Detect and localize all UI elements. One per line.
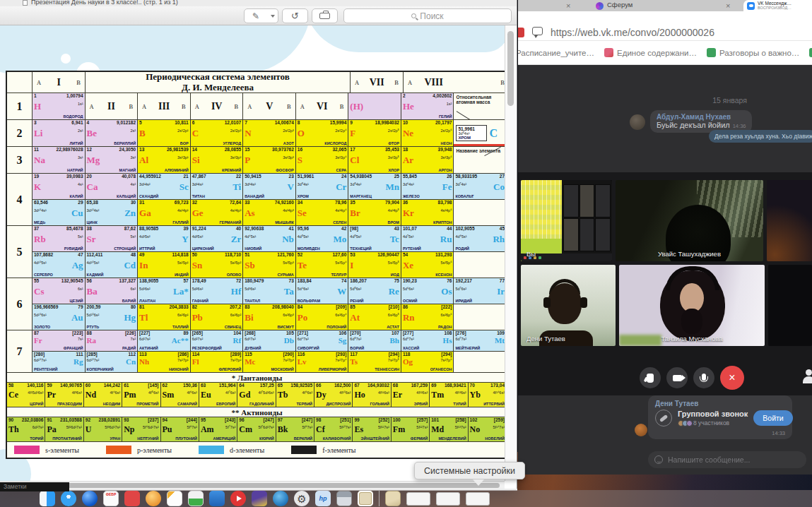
element-cell: 50118,710Sn5s²5p²ОЛОВО — [191, 252, 244, 278]
dock: ФЕВР⚙hp — [0, 490, 812, 507]
avatar[interactable] — [630, 114, 645, 130]
dock-app-store-icon[interactable] — [82, 491, 98, 506]
element-cell: 918,9984032F2s²2p⁵ФТОР — [348, 120, 401, 147]
element-cell: 96[247]Cm5f⁷6d¹7s²КЮРИЙ — [237, 417, 276, 442]
dock-numbers-icon[interactable] — [188, 491, 204, 506]
vertical-scroll-thumb[interactable] — [507, 31, 514, 106]
call-tile-you[interactable]: Вы — [521, 180, 612, 261]
search-input[interactable]: Поиск — [343, 8, 512, 23]
element-cell: 2350,9415V3d³4s²ВАНАДИЙ — [243, 174, 296, 200]
call-tile-partial[interactable] — [768, 265, 812, 346]
participant-label: Вы — [521, 250, 612, 258]
tab-vk-messenger[interactable]: VK Мессендж… ВОСПРОИЗВОД… — [743, 0, 812, 11]
sender-name[interactable]: Дени Тутаев — [655, 400, 785, 407]
chat-date: 15 января — [712, 96, 747, 105]
element-cell: 90232,03806Th6d²7s²ТОРИЙ — [7, 417, 45, 442]
end-call-button[interactable]: × — [720, 366, 744, 390]
dock-finder-icon[interactable] — [40, 491, 55, 506]
chat-area: 15 января Абдул-Хамид Нухаев Буьйс декъа… — [518, 65, 812, 475]
empty-cell — [454, 304, 505, 330]
element-cell: 97[247]Bk5f⁹7s²БЕРКЛИЙ — [276, 417, 314, 442]
call-controls: × — [640, 366, 744, 390]
emoji-icon[interactable] — [654, 455, 663, 464]
window-titlebar[interactable]: Презентация День науки в 3 классе!.. (ст… — [0, 0, 517, 6]
background-window-fragment[interactable]: Заметки — [0, 482, 69, 491]
sender-name[interactable]: Абдул-Хамид Нухаев — [657, 113, 746, 121]
dock-printer-icon[interactable] — [336, 491, 352, 506]
message-input[interactable]: Напишите сообщение... — [648, 451, 806, 468]
empty-cell — [454, 352, 505, 373]
dock-maps-icon[interactable] — [146, 491, 161, 506]
markup-pen-button[interactable]: ✎ — [244, 8, 268, 23]
element-cell: 92238,02891U5f³6d¹7s²УРАН — [84, 417, 122, 442]
message-time: 14:33 — [772, 430, 785, 436]
element-cell: 47107,8682Ag4d¹⁰5s¹СЕРЕБРО — [33, 252, 86, 278]
element-cell: 45102,9055Rh4d⁸5s¹РОДИЙ — [454, 226, 505, 252]
dock-keynote-icon[interactable] — [209, 491, 225, 506]
screenshare-grid-thumb — [562, 180, 612, 261]
bookmark-icon — [604, 48, 613, 57]
join-call-button[interactable]: Войти — [753, 410, 792, 426]
message-time: 14:36 — [733, 123, 746, 129]
dock-safari-icon[interactable] — [61, 491, 76, 506]
address-bar[interactable]: https://web.vk.me/convo/2000000026 — [518, 11, 812, 41]
close-tab-icon[interactable]: × — [566, 1, 570, 11]
call-tile-partial[interactable] — [767, 180, 812, 261]
actinides-title: ** Актиноиды — [7, 407, 505, 417]
dock-calendar-icon[interactable]: ФЕВР — [103, 491, 119, 506]
horizontal-scroll-thumb[interactable] — [67, 483, 500, 488]
participants-count: 8 участников — [693, 419, 729, 427]
dock-window-1-icon[interactable] — [406, 492, 430, 506]
microphone-button[interactable] — [693, 367, 714, 388]
element-cell: 2144,955912Sc3d¹4s²СКАНДИЙ — [138, 174, 191, 200]
element-cell: 3374,92160As4s²4p³МЫШЬЯК — [243, 200, 296, 226]
participants-icon[interactable] — [803, 369, 812, 383]
element-cell: 113[286]Nh7s²7p¹НИХОНИЙ — [138, 352, 191, 373]
element-cell: 115[290]Mc7s²7p³МОСКОВИЙ — [243, 352, 296, 373]
call-tile-uvais[interactable]: Увайс Ташухаджиев — [616, 180, 763, 261]
dock-hp-icon[interactable]: hp — [315, 491, 331, 506]
avatar[interactable] — [635, 424, 647, 436]
element-cell: 53126,90447I5s²5p⁵ИОД — [348, 252, 401, 278]
vertical-scrollbar[interactable] — [505, 25, 516, 481]
decor-blob — [304, 25, 505, 52]
dock-thunderbird-icon[interactable] — [273, 491, 288, 506]
call-tile-tanzila[interactable]: Танзила Мусханова — [619, 265, 765, 346]
element-cell: 49,012182Be2s²БЕРИЛЛИЙ — [86, 120, 139, 147]
bookmark-icon[interactable] — [809, 48, 812, 57]
dock-documents-icon[interactable] — [385, 491, 401, 506]
bookmark-talks[interactable]: Разговоры о важно… — [707, 48, 799, 57]
document-page[interactable]: АIВ Периодическая система элементовД. И.… — [0, 25, 505, 481]
horizontal-scrollbar[interactable] — [0, 481, 505, 489]
dock-window-3-icon[interactable] — [466, 492, 490, 506]
element-cell: 112[285]Cn6d¹⁰7s²КОПЕРНИКИЙ — [86, 352, 139, 373]
dock-system-preferences-icon[interactable]: ⚙ — [294, 491, 310, 506]
element-cell: 3988,90585Y4d¹5s²ИТТРИЙ — [138, 226, 191, 252]
markup-dropdown-button[interactable] — [267, 8, 278, 23]
group-header: АIVВ — [191, 93, 244, 120]
raise-hand-button[interactable] — [640, 367, 661, 388]
dock-window-2-icon[interactable] — [436, 492, 460, 506]
element-cell: 3683,798Kr4s²4p⁶КРИПТОН — [401, 200, 454, 226]
decor-circle — [61, 54, 71, 64]
extension-icon[interactable] — [518, 28, 524, 37]
close-tab-icon[interactable]: × — [726, 1, 730, 11]
tab-sferum[interactable]: Сферум — [607, 1, 632, 8]
url-text[interactable]: https://web.vk.me/convo/2000000026 — [551, 27, 714, 38]
markup-toolbar-button[interactable] — [312, 8, 338, 23]
camera-button[interactable] — [666, 367, 688, 388]
element-cell: 2040,078Ca4s²КАЛЬЦИЙ — [86, 174, 139, 200]
call-tile-deni[interactable]: Дени Тутаев — [521, 265, 616, 346]
dock-purple-flame-icon[interactable] — [252, 491, 267, 506]
element-class-legend: s-элементыp-элементыd-элементыf-элементы — [7, 442, 505, 458]
hand-icon — [647, 374, 654, 383]
period-number: 4 — [7, 174, 33, 226]
bookmark-schedule[interactable]: Расписание_учите… — [518, 49, 594, 57]
dock-red-app-icon[interactable] — [124, 491, 140, 506]
bookmark-content[interactable]: Единое содержани… — [604, 48, 697, 57]
dock-pages-icon[interactable] — [167, 491, 182, 506]
rotate-button[interactable]: ↺ — [282, 8, 308, 23]
dock-youtube-icon[interactable] — [230, 491, 246, 506]
dock-mail-icon[interactable] — [358, 491, 373, 506]
document-icon — [23, 0, 28, 6]
